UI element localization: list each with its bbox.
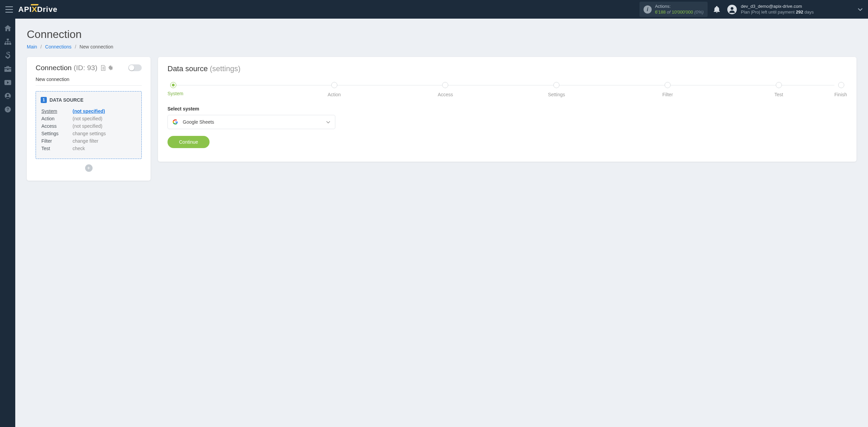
actions-of: of — [667, 9, 671, 15]
ds-action-label: Action — [41, 115, 72, 122]
chevron-down-icon — [326, 121, 330, 123]
ds-test-label: Test — [41, 145, 72, 152]
step-label: Access — [390, 92, 501, 97]
ds-settings-value: change settings — [73, 130, 136, 137]
add-destination-button[interactable]: + — [85, 164, 93, 172]
data-source-title: DATA SOURCE — [50, 97, 83, 103]
svg-rect-1 — [7, 39, 9, 40]
sidebar: ? — [0, 19, 15, 190]
select-system-label: Select system — [167, 106, 847, 111]
step-system[interactable]: System — [167, 82, 279, 96]
actions-text: Actions: 6'188 of 10'000'000 (0%) — [655, 4, 704, 15]
bell-icon[interactable] — [714, 6, 720, 13]
chevron-down-icon[interactable] — [858, 8, 863, 11]
connection-card-title: Connection (ID: 93) — [36, 64, 142, 72]
user-menu[interactable]: dev_d3_demo@apix-drive.com Plan |Pro| le… — [727, 4, 814, 15]
breadcrumb-connections[interactable]: Connections — [45, 44, 72, 49]
settings-title-sub: (settings) — [210, 64, 240, 73]
data-source-badge: 1 — [41, 97, 47, 103]
google-icon — [173, 119, 178, 125]
sidebar-home[interactable] — [4, 25, 11, 32]
svg-rect-2 — [4, 43, 6, 45]
ds-filter-value: change filter — [73, 138, 136, 144]
logo-text-1: API — [18, 5, 32, 14]
app-header: APIXDrive i Actions: 6'188 of 10'000'000… — [0, 0, 868, 19]
step-label: Finish — [834, 92, 847, 97]
user-info: dev_d3_demo@apix-drive.com Plan |Pro| le… — [741, 4, 814, 15]
data-source-settings-card: Data source (settings) SystemActionAcces… — [158, 57, 856, 162]
svg-point-7 — [7, 94, 9, 96]
continue-button[interactable]: Continue — [167, 136, 210, 148]
logo-text-2: Drive — [37, 5, 57, 14]
step-finish[interactable]: Finish — [834, 82, 847, 97]
step-label: Settings — [501, 92, 612, 97]
connection-name: New connection — [36, 77, 142, 86]
ds-access-label: Access — [41, 123, 72, 129]
step-label: Action — [279, 92, 390, 97]
connection-toggle[interactable] — [128, 64, 142, 71]
plan-days: 292 — [796, 9, 803, 15]
ds-access-value: (not specified) — [73, 123, 136, 129]
info-icon: i — [644, 5, 652, 14]
breadcrumb: Main / Connections / New connection — [27, 44, 856, 49]
svg-rect-4 — [9, 43, 11, 45]
step-access[interactable]: Access — [390, 82, 501, 97]
sidebar-help[interactable]: ? — [4, 106, 11, 113]
connection-id: (ID: 93) — [74, 64, 97, 72]
svg-rect-3 — [7, 43, 9, 45]
step-label: Filter — [612, 92, 723, 97]
data-source-header: 1 DATA SOURCE — [41, 97, 137, 103]
document-icon[interactable] — [101, 65, 106, 71]
plan-prefix: Plan |Pro| left until payment — [741, 9, 796, 15]
step-settings[interactable]: Settings — [501, 82, 612, 97]
main-content: Connection Main / Connections / New conn… — [15, 19, 868, 190]
sidebar-video[interactable] — [4, 79, 11, 86]
ds-system-label: System — [41, 108, 72, 115]
select-system-dropdown[interactable]: Google Sheets — [167, 115, 335, 129]
breadcrumb-current: New connection — [80, 44, 114, 49]
connection-title-text: Connection — [36, 64, 72, 72]
actions-counter[interactable]: i Actions: 6'188 of 10'000'000 (0%) — [639, 2, 708, 17]
sidebar-connections[interactable] — [4, 38, 11, 45]
connection-summary-card: Connection (ID: 93) New connection 1 DAT… — [27, 57, 151, 181]
actions-total: 10'000'000 — [672, 9, 693, 15]
ds-action-value: (not specified) — [73, 115, 136, 122]
ds-test-value: check — [73, 145, 136, 152]
sidebar-account[interactable] — [4, 93, 11, 99]
breadcrumb-main[interactable]: Main — [27, 44, 37, 49]
step-test[interactable]: Test — [723, 82, 834, 97]
page-title: Connection — [27, 28, 856, 41]
ds-filter-label: Filter — [41, 138, 72, 144]
select-system-value: Google Sheets — [183, 119, 214, 125]
menu-icon[interactable] — [5, 6, 13, 13]
svg-text:?: ? — [6, 107, 9, 112]
step-label: Test — [723, 92, 834, 97]
actions-count: 6'188 — [655, 9, 666, 15]
step-action[interactable]: Action — [279, 82, 390, 97]
stepper: SystemActionAccessSettingsFilterTestFini… — [167, 82, 847, 97]
step-filter[interactable]: Filter — [612, 82, 723, 97]
step-label: System — [167, 91, 279, 96]
sidebar-billing[interactable] — [4, 52, 11, 59]
settings-title: Data source (settings) — [167, 64, 847, 73]
sidebar-briefcase[interactable] — [4, 65, 11, 72]
ds-settings-label: Settings — [41, 130, 72, 137]
ds-system-value[interactable]: (not specified) — [73, 108, 105, 114]
settings-title-main: Data source — [167, 64, 208, 73]
logo-x-icon: X — [32, 5, 37, 14]
data-source-box: 1 DATA SOURCE System(not specified) Acti… — [36, 91, 142, 159]
app-logo[interactable]: APIXDrive — [18, 5, 57, 14]
actions-label: Actions: — [655, 4, 704, 9]
avatar-icon — [727, 5, 737, 14]
actions-percent: (0%) — [694, 9, 704, 15]
svg-point-0 — [731, 7, 733, 10]
plan-suffix: days — [803, 9, 814, 15]
user-email: dev_d3_demo@apix-drive.com — [741, 4, 814, 9]
gear-icon[interactable] — [108, 65, 113, 71]
